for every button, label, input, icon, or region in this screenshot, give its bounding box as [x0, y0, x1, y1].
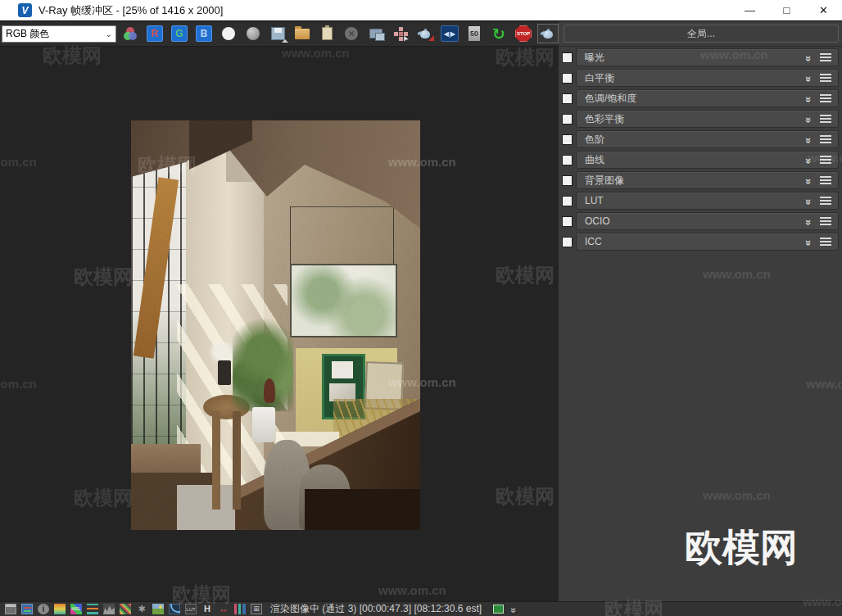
- vfb-window-icon[interactable]: [5, 604, 16, 614]
- teapot-red-icon: [418, 28, 432, 39]
- checkbox[interactable]: [562, 52, 573, 63]
- checkbox[interactable]: [562, 155, 573, 165]
- channel-select[interactable]: RGB 颜色 ⌄: [2, 25, 116, 43]
- render-canvas[interactable]: [0, 47, 559, 601]
- image-thumbnail-icon[interactable]: [493, 605, 504, 614]
- copy-clipboard-button[interactable]: [316, 24, 337, 43]
- expand-chevrons-icon[interactable]: »: [803, 51, 815, 64]
- monitor-arrow-icon: [369, 29, 383, 38]
- menu-icon[interactable]: [820, 135, 831, 143]
- expand-chevrons-icon[interactable]: »: [803, 153, 815, 166]
- green-channel-icon: G: [171, 25, 188, 42]
- expand-chevrons-icon[interactable]: »: [803, 235, 815, 248]
- stop-render-button[interactable]: STOP: [513, 24, 534, 43]
- menu-icon[interactable]: [820, 217, 831, 225]
- layer-label: 白平衡: [585, 71, 802, 85]
- alpha-channel-button[interactable]: [218, 24, 239, 43]
- layer-row-exposure[interactable]: 曝光»: [562, 48, 839, 66]
- layer-row-white-balance[interactable]: 白平衡»: [562, 69, 839, 87]
- layer-row-curves[interactable]: 曲线»: [562, 151, 839, 169]
- snowflake-icon[interactable]: ✱: [136, 604, 147, 614]
- menu-icon[interactable]: [820, 156, 831, 164]
- hsl-icon[interactable]: HSL: [70, 604, 82, 614]
- clear-image-button[interactable]: ✕: [341, 24, 362, 43]
- pixel-grid-icon[interactable]: ⊞: [251, 604, 262, 614]
- teapot-icon: [541, 28, 555, 39]
- layer-label: 色调/饱和度: [585, 92, 802, 106]
- blue-channel-button[interactable]: B: [193, 24, 215, 43]
- layer-row-lut[interactable]: LUT»: [562, 192, 839, 210]
- stop-icon: STOP: [515, 25, 532, 42]
- expand-chevrons-icon[interactable]: »: [803, 194, 815, 207]
- lut-icon[interactable]: LUT: [185, 604, 197, 614]
- render-last-button[interactable]: [537, 24, 559, 43]
- minimize-button[interactable]: —: [731, 0, 768, 20]
- checkbox[interactable]: [562, 216, 573, 227]
- histogram-h-icon[interactable]: H: [201, 604, 213, 614]
- background-image-icon[interactable]: [152, 604, 164, 614]
- corrections-panel: 曝光» 白平衡» 色调/饱和度» 色彩平衡» 色阶» 曲线»: [559, 47, 842, 601]
- green-channel-button[interactable]: G: [169, 24, 190, 43]
- layer-label: 曝光: [585, 51, 802, 65]
- layer-label: 背景图像: [585, 174, 802, 188]
- info-icon[interactable]: i: [38, 604, 49, 614]
- menu-icon[interactable]: [820, 115, 831, 123]
- region-render-button[interactable]: [390, 24, 411, 43]
- checkbox[interactable]: [562, 73, 573, 84]
- expand-chevrons-icon[interactable]: »: [803, 71, 815, 84]
- menu-icon[interactable]: [820, 238, 831, 246]
- load-image-button[interactable]: [292, 24, 313, 43]
- color-bars-icon[interactable]: [234, 604, 246, 614]
- update-button[interactable]: ↻: [488, 24, 509, 43]
- close-button[interactable]: ✕: [805, 0, 842, 20]
- layer-label: LUT: [585, 195, 802, 206]
- menu-icon[interactable]: [820, 197, 831, 205]
- expand-chevrons-icon[interactable]: »: [803, 133, 815, 146]
- expand-chevrons-icon[interactable]: »: [803, 92, 815, 105]
- sliders-icon[interactable]: [87, 604, 98, 614]
- save-image-button[interactable]: [267, 24, 288, 43]
- color-gradient-icon[interactable]: [54, 604, 66, 614]
- layer-row-ocio[interactable]: OCIO»: [562, 212, 839, 230]
- maximize-button[interactable]: □: [768, 0, 805, 20]
- menu-icon[interactable]: [820, 176, 831, 184]
- globals-button[interactable]: 全局...: [564, 25, 839, 43]
- expand-chevrons-icon[interactable]: »: [803, 174, 815, 187]
- checkbox[interactable]: [562, 237, 573, 247]
- checkbox[interactable]: [562, 114, 573, 125]
- red-arrows-icon[interactable]: ↔: [218, 604, 229, 614]
- layer-row-icc[interactable]: ICC»: [562, 233, 839, 251]
- layer-row-background-image[interactable]: 背景图像»: [562, 171, 839, 189]
- stamp-button[interactable]: 50: [464, 24, 485, 43]
- menu-icon[interactable]: [820, 94, 831, 102]
- histogram-icon[interactable]: [103, 604, 115, 614]
- checkbox[interactable]: [562, 196, 573, 206]
- rgb-channels-button[interactable]: [120, 24, 141, 43]
- menu-icon[interactable]: [820, 53, 831, 61]
- layer-row-hue-saturation[interactable]: 色调/饱和度»: [562, 89, 839, 107]
- checkbox[interactable]: [562, 134, 573, 145]
- menu-icon[interactable]: [820, 74, 831, 82]
- red-channel-button[interactable]: R: [144, 24, 165, 43]
- layers-panel-icon[interactable]: [21, 604, 33, 614]
- toolbar: RGB 颜色 ⌄ R G B: [0, 21, 842, 47]
- expand-chevrons-icon[interactable]: »: [803, 215, 815, 228]
- ab-compare-button[interactable]: ◀|▶: [439, 24, 460, 43]
- layer-row-levels[interactable]: 色阶»: [562, 130, 839, 148]
- layer-label: 曲线: [585, 153, 802, 167]
- curve-lines-icon[interactable]: [120, 604, 131, 614]
- stamp-50-icon: 50: [469, 26, 480, 41]
- white-circle-icon: [222, 27, 235, 40]
- duplicate-to-host-button[interactable]: [365, 24, 387, 43]
- render-status-text: 渲染图像中 (通过 3) [00:00:47.3] [08:12:30.6 es…: [270, 602, 482, 616]
- layer-row-color-balance[interactable]: 色彩平衡»: [562, 110, 839, 128]
- folder-icon: [295, 29, 310, 39]
- render-region-teapot-button[interactable]: [414, 24, 436, 43]
- curve-tool-icon[interactable]: [169, 604, 180, 614]
- region-crosshair-icon: [394, 27, 407, 40]
- expand-chevrons-icon[interactable]: »: [803, 112, 815, 125]
- expand-chevrons-icon[interactable]: »: [508, 607, 519, 611]
- monochrome-button[interactable]: [242, 24, 264, 43]
- checkbox[interactable]: [562, 175, 573, 186]
- checkbox[interactable]: [562, 93, 573, 104]
